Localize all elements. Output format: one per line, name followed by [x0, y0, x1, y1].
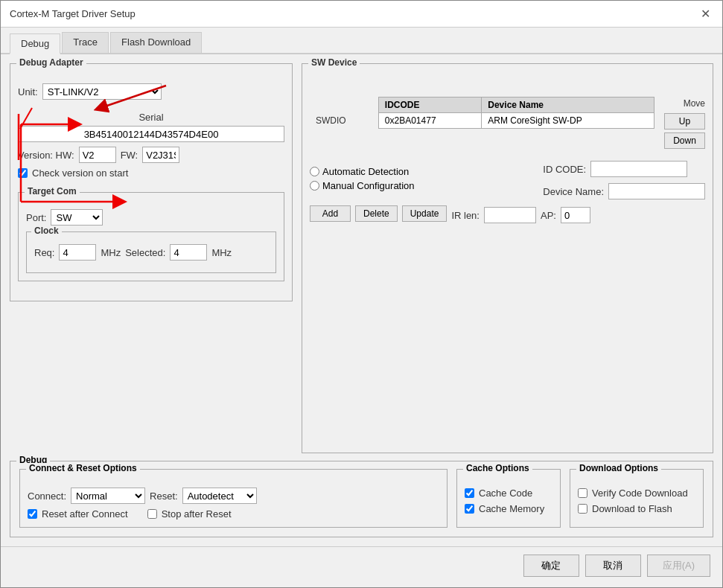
tabs-bar: Debug Trace Flash Download	[1, 28, 722, 54]
ok-button[interactable]: 确定	[523, 555, 579, 577]
download-to-flash-row: Download to Flash	[578, 503, 695, 514]
down-button[interactable]: Down	[664, 132, 705, 149]
up-button[interactable]: Up	[664, 113, 705, 130]
unit-label: Unit:	[18, 86, 38, 98]
swdio-label: SWDIO	[310, 113, 378, 129]
ir-len-row: IR len: AP:	[451, 207, 590, 223]
col-device-name: Device Name	[482, 98, 654, 113]
auto-detect-radio[interactable]	[310, 167, 319, 176]
port-row: Port: SW	[26, 209, 276, 226]
stop-after-reset-label: Stop after Reset	[162, 508, 232, 520]
serial-input[interactable]	[18, 126, 284, 142]
serial-label: Serial	[18, 112, 284, 123]
download-to-flash-label: Download to Flash	[592, 503, 672, 514]
mhz1-label: MHz	[101, 247, 121, 258]
cancel-button[interactable]: 取消	[585, 555, 641, 577]
reset-after-connect-label: Reset after Connect	[42, 508, 128, 520]
target-com-label: Target Com	[25, 186, 80, 196]
verify-code-checkbox[interactable]	[578, 488, 587, 498]
check-version-row: Check version on start	[18, 167, 284, 179]
sw-table-wrapper: IDCODE Device Name SWDIO 0x2BA01477 ARM …	[310, 83, 705, 152]
id-code-label: ID CODE:	[543, 164, 586, 175]
connect-reset-box: Connect & Reset Options Connect: Normal …	[19, 469, 448, 528]
debug-adapter-label: Debug Adapter	[16, 57, 86, 68]
main-content: Debug Adapter Unit: ST-LINK/V2 Serial	[1, 54, 722, 546]
manual-config-radio[interactable]	[310, 181, 319, 191]
fw-label: FW:	[121, 150, 138, 161]
tab-debug[interactable]: Debug	[10, 33, 60, 54]
reset-after-connect-checkbox[interactable]	[28, 509, 37, 519]
clock-row: Req: MHz Selected: MHz	[34, 244, 268, 261]
fw-input[interactable]	[142, 147, 179, 163]
req-input[interactable]	[59, 244, 96, 261]
download-options-box: Download Options Verify Code Download Do…	[570, 469, 704, 528]
title-bar: Cortex-M Target Driver Setup ✕	[1, 1, 722, 28]
connect-select[interactable]: Normal	[71, 488, 145, 504]
sw-right-panel: Move Up Down	[660, 83, 705, 152]
selected-input[interactable]	[170, 244, 207, 261]
device-name-cell: ARM CoreSight SW-DP	[482, 113, 654, 129]
reset-after-connect-row: Reset after Connect Stop after Reset	[28, 508, 439, 520]
update-button[interactable]: Update	[402, 205, 448, 222]
unit-select[interactable]: ST-LINK/V2	[42, 83, 162, 100]
tab-flash-download[interactable]: Flash Download	[110, 32, 202, 53]
apply-button[interactable]: 应用(A)	[647, 555, 710, 577]
window-title: Cortex-M Target Driver Setup	[10, 8, 136, 19]
left-panel: Debug Adapter Unit: ST-LINK/V2 Serial	[10, 63, 293, 453]
serial-section: Serial	[18, 112, 284, 142]
cache-options-label: Cache Options	[463, 463, 532, 473]
download-to-flash-checkbox[interactable]	[578, 504, 587, 514]
ap-label: AP:	[541, 210, 556, 221]
move-label: Move	[684, 98, 705, 109]
port-select[interactable]: SW	[51, 209, 103, 226]
mhz2-label: MHz	[211, 247, 232, 258]
debug-section: Debug Connect & Reset Options Connect: N…	[10, 461, 713, 537]
download-options-label: Download Options	[576, 463, 661, 473]
clock-label: Clock	[31, 226, 62, 236]
reset-label: Reset:	[150, 490, 178, 502]
req-label: Req:	[34, 247, 54, 258]
add-del-row: Add Delete Update IR len: AP:	[310, 205, 705, 225]
table-row: SWDIO 0x2BA01477 ARM CoreSight SW-DP	[310, 113, 654, 129]
hw-input[interactable]	[79, 147, 116, 163]
cache-code-checkbox[interactable]	[465, 488, 474, 498]
cache-code-label: Cache Code	[479, 488, 532, 499]
id-code-input[interactable]	[590, 161, 687, 177]
connect-row: Connect: Normal Reset: Autodetect	[28, 488, 439, 504]
add-button[interactable]: Add	[310, 205, 351, 222]
manual-config-option[interactable]: Manual Configuration	[310, 180, 415, 191]
auto-detect-option[interactable]: Automatic Detection	[310, 166, 415, 177]
sw-device-box: SW Device IDCODE Device Name	[302, 63, 713, 453]
ir-len-label: IR len:	[451, 210, 480, 221]
close-button[interactable]: ✕	[698, 7, 713, 21]
tab-trace[interactable]: Trace	[62, 32, 109, 53]
ap-input[interactable]	[561, 207, 590, 223]
clock-box: Clock Req: MHz Selected: MHz	[26, 231, 276, 273]
port-label: Port:	[26, 212, 46, 223]
ir-len-input[interactable]	[484, 207, 536, 223]
cache-options-box: Cache Options Cache Code Cache Memory	[456, 469, 561, 528]
debug-bottom-content: Connect & Reset Options Connect: Normal …	[19, 469, 704, 528]
sw-table: IDCODE Device Name SWDIO 0x2BA01477 ARM …	[310, 97, 654, 129]
footer: 确定 取消 应用(A)	[1, 546, 722, 587]
id-code-row: ID CODE:	[543, 161, 705, 177]
detection-row: Automatic Detection Manual Configuration…	[310, 158, 705, 199]
debug-adapter-box: Debug Adapter Unit: ST-LINK/V2 Serial	[10, 63, 293, 301]
check-version-checkbox[interactable]	[18, 168, 28, 178]
target-com-box: Target Com Port: SW Clock Req:	[18, 192, 284, 281]
verify-code-row: Verify Code Download	[578, 488, 695, 499]
verify-code-label: Verify Code Download	[592, 488, 688, 499]
auto-detect-label: Automatic Detection	[322, 166, 409, 177]
stop-after-reset-checkbox[interactable]	[147, 509, 157, 519]
delete-button[interactable]: Delete	[355, 205, 398, 222]
device-name-field-label: Device Name:	[543, 186, 604, 197]
cache-code-row: Cache Code	[465, 488, 552, 499]
idcode-cell: 0x2BA01477	[378, 113, 481, 129]
version-row: Version: HW: FW:	[18, 147, 284, 163]
device-name-row: Device Name:	[543, 183, 705, 199]
device-name-input[interactable]	[608, 183, 705, 199]
col-idcode: IDCODE	[378, 98, 481, 113]
reset-select[interactable]: Autodetect	[182, 488, 257, 504]
cache-memory-label: Cache Memory	[479, 503, 544, 514]
cache-memory-checkbox[interactable]	[465, 504, 474, 514]
